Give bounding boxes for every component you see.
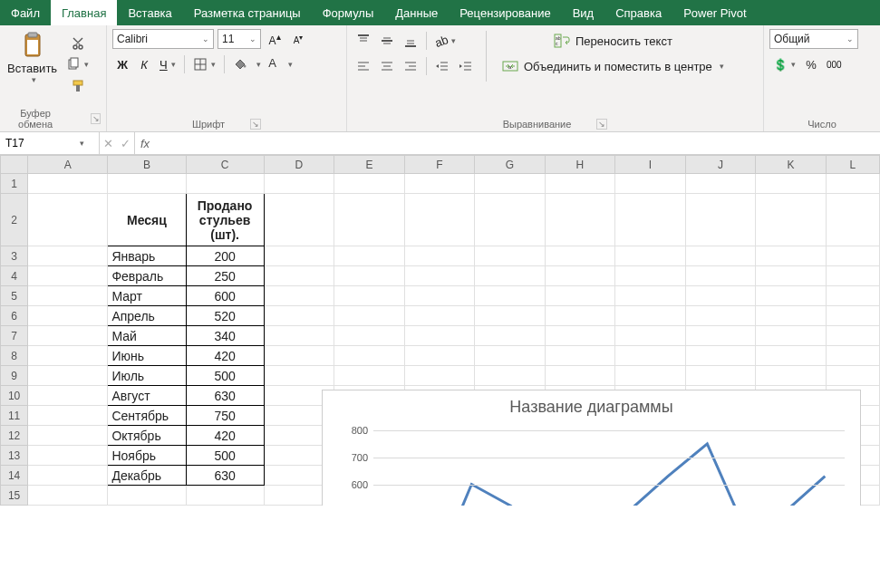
row-header[interactable]: 11 bbox=[1, 406, 28, 426]
font-dialog-launcher[interactable]: ↘ bbox=[250, 119, 261, 130]
cell[interactable] bbox=[28, 194, 108, 246]
cell[interactable]: 520 bbox=[186, 306, 264, 326]
cell[interactable] bbox=[475, 174, 546, 194]
cell[interactable] bbox=[334, 326, 405, 346]
row-header[interactable]: 4 bbox=[1, 266, 28, 286]
col-F[interactable]: F bbox=[404, 156, 475, 174]
cell[interactable] bbox=[545, 246, 615, 266]
row-header[interactable]: 13 bbox=[1, 446, 28, 466]
cell[interactable] bbox=[28, 346, 108, 366]
font-color-dropdown[interactable]: ▾ bbox=[288, 60, 293, 69]
increase-indent-button[interactable] bbox=[455, 56, 477, 76]
decrease-indent-button[interactable] bbox=[431, 56, 453, 76]
cell[interactable] bbox=[826, 246, 879, 266]
tab-home[interactable]: Главная bbox=[51, 0, 117, 25]
row-header[interactable]: 2 bbox=[1, 194, 28, 246]
cell[interactable] bbox=[756, 266, 827, 286]
cell[interactable]: Март bbox=[108, 286, 186, 306]
cell[interactable] bbox=[186, 486, 264, 506]
column-headers[interactable]: A B C D E F G H I J K L bbox=[1, 156, 880, 174]
cell[interactable] bbox=[685, 346, 756, 366]
row-header[interactable]: 9 bbox=[1, 366, 28, 386]
font-name-select[interactable]: Calibri ⌄ bbox=[112, 29, 214, 49]
cell[interactable] bbox=[108, 486, 186, 506]
cell[interactable]: 340 bbox=[186, 326, 264, 346]
accept-formula-button[interactable]: ✓ bbox=[121, 137, 131, 150]
percent-format-button[interactable]: % bbox=[801, 54, 821, 74]
chevron-down-icon[interactable]: ▾ bbox=[80, 139, 84, 148]
cell[interactable] bbox=[615, 246, 686, 266]
cell[interactable] bbox=[404, 286, 475, 306]
cell[interactable] bbox=[264, 174, 334, 194]
cell[interactable] bbox=[404, 306, 475, 326]
cell[interactable]: Декабрь bbox=[108, 466, 186, 486]
cell[interactable] bbox=[545, 266, 615, 286]
align-center-button[interactable] bbox=[376, 56, 398, 76]
borders-button[interactable]: ▾ bbox=[189, 54, 219, 74]
cell[interactable] bbox=[28, 406, 108, 426]
cell[interactable] bbox=[28, 266, 108, 286]
name-box-input[interactable] bbox=[4, 136, 76, 150]
cell[interactable] bbox=[545, 174, 615, 194]
cell[interactable]: 750 bbox=[186, 406, 264, 426]
cell[interactable] bbox=[475, 266, 546, 286]
tab-power-pivot[interactable]: Power Pivot bbox=[672, 0, 757, 25]
fill-color-dropdown[interactable]: ▾ bbox=[256, 60, 261, 69]
col-A[interactable]: A bbox=[28, 156, 108, 174]
cell[interactable] bbox=[334, 306, 405, 326]
cell[interactable] bbox=[826, 326, 879, 346]
cell[interactable]: Август bbox=[108, 386, 186, 406]
cell[interactable]: Январь bbox=[108, 246, 186, 266]
cell[interactable] bbox=[615, 366, 686, 386]
cell[interactable] bbox=[404, 366, 475, 386]
cell[interactable] bbox=[685, 366, 756, 386]
cut-button[interactable] bbox=[63, 33, 92, 53]
col-K[interactable]: K bbox=[756, 156, 827, 174]
tab-view[interactable]: Вид bbox=[562, 0, 605, 25]
cell[interactable] bbox=[404, 194, 475, 246]
cell[interactable] bbox=[475, 194, 546, 246]
cell[interactable] bbox=[756, 346, 827, 366]
row-header[interactable]: 3 bbox=[1, 246, 28, 266]
cell[interactable] bbox=[615, 346, 686, 366]
cell[interactable] bbox=[28, 246, 108, 266]
cell[interactable] bbox=[28, 426, 108, 446]
format-painter-button[interactable] bbox=[63, 76, 92, 96]
cell[interactable] bbox=[404, 326, 475, 346]
align-top-button[interactable] bbox=[353, 31, 374, 51]
merge-center-button[interactable]: a Объединить и поместить в центре ▾ bbox=[496, 56, 730, 76]
cell[interactable] bbox=[756, 366, 827, 386]
cell[interactable] bbox=[186, 174, 264, 194]
select-all-cell[interactable] bbox=[1, 156, 28, 174]
cell[interactable] bbox=[685, 194, 756, 246]
cell[interactable]: 630 bbox=[186, 386, 264, 406]
cell[interactable] bbox=[475, 326, 546, 346]
cell[interactable] bbox=[404, 266, 475, 286]
alignment-dialog-launcher[interactable]: ↘ bbox=[596, 119, 607, 130]
cell[interactable] bbox=[685, 174, 756, 194]
tab-file[interactable]: Файл bbox=[0, 0, 51, 25]
cell[interactable] bbox=[475, 366, 546, 386]
cell[interactable]: 420 bbox=[186, 346, 264, 366]
cell[interactable]: 250 bbox=[186, 266, 264, 286]
cell[interactable] bbox=[685, 266, 756, 286]
cell[interactable] bbox=[264, 326, 334, 346]
col-D[interactable]: D bbox=[264, 156, 334, 174]
cell[interactable] bbox=[264, 366, 334, 386]
cell[interactable] bbox=[28, 306, 108, 326]
cell[interactable]: Апрель bbox=[108, 306, 186, 326]
cell[interactable] bbox=[826, 306, 879, 326]
cell[interactable] bbox=[404, 346, 475, 366]
cell[interactable]: Месяц bbox=[108, 194, 186, 246]
cell[interactable] bbox=[264, 246, 334, 266]
tab-data[interactable]: Данные bbox=[384, 0, 449, 25]
cell[interactable] bbox=[756, 194, 827, 246]
number-format-select[interactable]: Общий ⌄ bbox=[769, 29, 858, 49]
cell[interactable] bbox=[685, 286, 756, 306]
tab-insert[interactable]: Вставка bbox=[117, 0, 182, 25]
cell[interactable] bbox=[826, 174, 879, 194]
row-header[interactable]: 15 bbox=[1, 486, 28, 506]
cell[interactable]: 420 bbox=[186, 426, 264, 446]
align-bottom-button[interactable] bbox=[400, 31, 421, 51]
copy-button[interactable]: ▾ bbox=[63, 54, 92, 74]
